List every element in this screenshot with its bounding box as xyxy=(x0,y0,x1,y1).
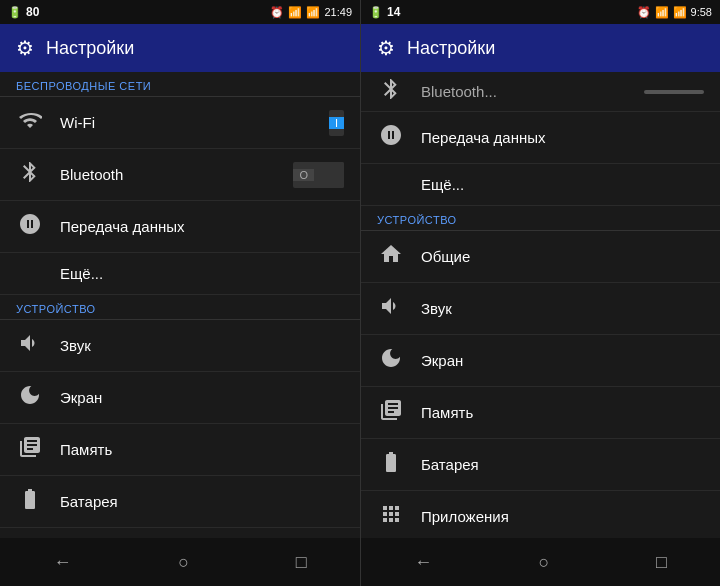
left-sound-icon xyxy=(16,331,44,360)
right-screen-item[interactable]: Экран xyxy=(361,335,720,387)
left-settings-gear-icon: ⚙ xyxy=(16,36,34,60)
left-memory-icon xyxy=(16,435,44,464)
left-scroll-area[interactable]: БЕСПРОВОДНЫЕ СЕТИ Wi-Fi I Bluetooth O xyxy=(0,72,360,538)
left-battery-item[interactable]: Батарея xyxy=(0,476,360,528)
right-alarm-icon: ⏰ xyxy=(637,6,651,19)
left-signal-icon: 📶 xyxy=(306,6,320,19)
right-bluetooth-partial-icon xyxy=(377,77,405,106)
left-bluetooth-item[interactable]: Bluetooth O xyxy=(0,149,360,201)
left-screen-label: Экран xyxy=(60,389,344,406)
left-screen-icon xyxy=(16,383,44,412)
right-battery-menu-icon xyxy=(377,450,405,479)
right-more-item[interactable]: Ещё... xyxy=(361,164,720,206)
left-back-button[interactable]: ← xyxy=(33,544,91,581)
left-battery-menu-icon xyxy=(16,487,44,516)
left-bluetooth-toggle-off[interactable]: O xyxy=(293,169,314,181)
right-signal-icon: 📶 xyxy=(673,6,687,19)
right-scroll-area[interactable]: Bluetooth... Передача данных Ещё... УСТР… xyxy=(361,72,720,538)
left-home-button[interactable]: ○ xyxy=(158,544,209,581)
right-app-header: ⚙ Настройки xyxy=(361,24,720,72)
right-data-label: Передача данных xyxy=(421,129,704,146)
left-memory-item[interactable]: Память xyxy=(0,424,360,476)
right-memory-item[interactable]: Память xyxy=(361,387,720,439)
right-memory-icon xyxy=(377,398,405,427)
right-home-button[interactable]: ○ xyxy=(519,544,570,581)
right-apps-icon xyxy=(377,502,405,531)
right-general-label: Общие xyxy=(421,248,704,265)
left-wifi-status-icon: 📶 xyxy=(288,6,302,19)
left-alarm-icon: ⏰ xyxy=(270,6,284,19)
left-wifi-toggle[interactable]: I xyxy=(329,110,344,136)
right-battery-number: 14 xyxy=(387,5,400,19)
right-back-button[interactable]: ← xyxy=(394,544,452,581)
left-wifi-icon xyxy=(16,108,44,137)
right-sound-icon xyxy=(377,294,405,323)
right-general-item[interactable]: Общие xyxy=(361,231,720,283)
left-section-device: УСТРОЙСТВО xyxy=(0,295,360,319)
left-bluetooth-label: Bluetooth xyxy=(60,166,277,183)
left-time: 21:49 xyxy=(324,6,352,18)
right-data-item[interactable]: Передача данных xyxy=(361,112,720,164)
left-memory-label: Память xyxy=(60,441,344,458)
left-recent-button[interactable]: □ xyxy=(276,544,327,581)
left-phone-panel: 🔋 80 ⏰ 📶 📶 21:49 ⚙ Настройки БЕСПРОВОДНЫ… xyxy=(0,0,360,586)
left-section-wireless: БЕСПРОВОДНЫЕ СЕТИ xyxy=(0,72,360,96)
left-battery-number: 80 xyxy=(26,5,39,19)
right-header-title: Настройки xyxy=(407,38,495,59)
left-bluetooth-toggle-spacer xyxy=(314,162,344,188)
left-screen-item[interactable]: Экран xyxy=(0,372,360,424)
right-status-bar: 🔋 14 ⏰ 📶 📶 9:58 xyxy=(361,0,720,24)
right-screen-label: Экран xyxy=(421,352,704,369)
right-general-icon xyxy=(377,242,405,271)
left-more-label: Ещё... xyxy=(60,265,103,282)
left-sound-label: Звук xyxy=(60,337,344,354)
left-wifi-item[interactable]: Wi-Fi I xyxy=(0,97,360,149)
right-time: 9:58 xyxy=(691,6,712,18)
right-phone-panel: 🔋 14 ⏰ 📶 📶 9:58 ⚙ Настройки Bluetooth... xyxy=(360,0,720,586)
right-settings-gear-icon: ⚙ xyxy=(377,36,395,60)
right-wifi-icon: 📶 xyxy=(655,6,669,19)
left-wifi-label: Wi-Fi xyxy=(60,114,313,131)
right-screen-icon xyxy=(377,346,405,375)
right-apps-item[interactable]: Приложения xyxy=(361,491,720,538)
right-recent-button[interactable]: □ xyxy=(636,544,687,581)
left-status-bar: 🔋 80 ⏰ 📶 📶 21:49 xyxy=(0,0,360,24)
left-bluetooth-toggle[interactable]: O xyxy=(293,162,344,188)
right-memory-label: Память xyxy=(421,404,704,421)
left-bluetooth-icon xyxy=(16,160,44,189)
left-battery-label: Батарея xyxy=(60,493,344,510)
left-sound-item[interactable]: Звук xyxy=(0,320,360,372)
right-bluetooth-partial[interactable]: Bluetooth... xyxy=(361,72,720,112)
left-wifi-toggle-on[interactable]: I xyxy=(329,117,344,129)
right-data-icon xyxy=(377,123,405,152)
left-header-title: Настройки xyxy=(46,38,134,59)
right-battery-label: Батарея xyxy=(421,456,704,473)
right-battery-menu-item[interactable]: Батарея xyxy=(361,439,720,491)
right-section-device: УСТРОЙСТВО xyxy=(361,206,720,230)
left-data-label: Передача данных xyxy=(60,218,344,235)
right-apps-label: Приложения xyxy=(421,508,704,525)
right-bluetooth-bar xyxy=(644,90,704,94)
right-sound-label: Звук xyxy=(421,300,704,317)
left-data-item[interactable]: Передача данных xyxy=(0,201,360,253)
right-bluetooth-partial-label: Bluetooth... xyxy=(421,83,628,100)
right-sound-item[interactable]: Звук xyxy=(361,283,720,335)
left-battery-icon: 🔋 xyxy=(8,6,22,19)
left-nav-bar: ← ○ □ xyxy=(0,538,360,586)
right-more-label: Ещё... xyxy=(421,176,464,193)
left-apps-item[interactable]: Приложения xyxy=(0,528,360,538)
left-more-item[interactable]: Ещё... xyxy=(0,253,360,295)
left-data-icon xyxy=(16,212,44,241)
right-battery-icon: 🔋 xyxy=(369,6,383,19)
left-app-header: ⚙ Настройки xyxy=(0,24,360,72)
right-nav-bar: ← ○ □ xyxy=(361,538,720,586)
